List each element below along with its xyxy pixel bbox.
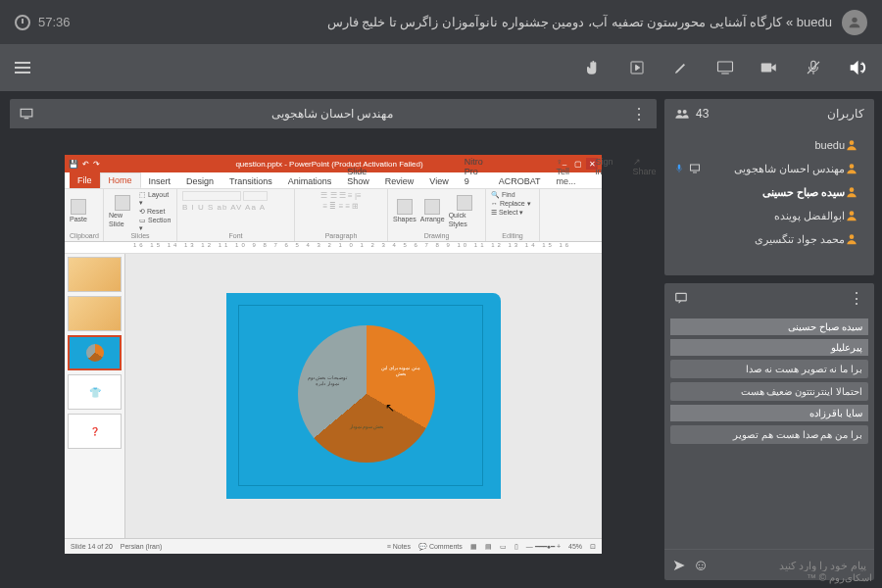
tab-acrobat[interactable]: ACROBAT [491,174,549,188]
screen-share-button[interactable] [715,58,735,77]
chat-message: برا ما نه تصویر هست نه صدا [670,360,868,378]
tab-transitions[interactable]: Transitions [221,174,280,188]
chat-sender: سایا باقرزاده [670,405,868,421]
view-reading-icon[interactable]: ▭ [500,543,507,551]
emoji-button[interactable]: ☺ [693,557,709,574]
svg-rect-18 [21,109,32,117]
group-clipboard: Clipboard [70,232,98,239]
user-row[interactable]: مهندس احسان شاهجویی [674,157,864,180]
user-row[interactable]: ابوالفضل پوینده [674,204,864,227]
pen-button[interactable] [671,58,691,77]
svg-rect-17 [676,293,687,301]
user-avatar[interactable] [842,10,867,35]
tell-me[interactable]: ♀ Tell me... [549,155,584,188]
tab-view[interactable]: View [421,174,456,188]
pp-window-title: question.pptx - PowerPoint (Product Acti… [235,160,422,169]
find-button[interactable]: 🔍 Find [491,191,515,199]
clock-icon [15,15,30,30]
group-editing: Editing [491,232,534,239]
speaker-button[interactable] [848,58,867,77]
person-icon [845,162,858,175]
user-row[interactable]: سیده صباح حسینی [674,180,864,204]
svg-point-8 [683,110,687,114]
tab-insert[interactable]: Insert [141,174,179,188]
toolbar-controls [583,58,867,77]
svg-point-7 [677,110,681,114]
pie-label-1: متن نمونه برای این بخش [376,365,425,376]
tab-animations[interactable]: Animations [280,174,340,188]
pie-chart: متن نمونه برای این بخش توضیحات بخش دوم ن… [298,325,435,463]
reset-button[interactable]: ⟲ Reset [139,208,172,216]
slide-thumb[interactable]: ❓ [68,414,122,449]
slide-counter: Slide 14 of 20 [71,543,113,550]
app-header: buedu » کارگاه آشنایی محورستون تصفیه آب،… [0,0,882,44]
timer-area: 57:36 [15,15,71,30]
user-row[interactable]: buedu [674,133,864,157]
presentation-panel: ⋮ مهندس احسان شاهجویی 💾 ↶ ↷ question.ppt… [10,99,657,580]
group-slides: Slides [109,232,172,239]
pp-undo-icon[interactable]: ↶ [82,160,89,169]
slide-thumb[interactable]: 👕 [68,374,122,410]
view-slideshow-icon[interactable]: ▯ [514,543,518,551]
user-list: buedu مهندس احسان شاهجویی سیده صباح حسین… [664,128,874,256]
tab-home[interactable]: Home [100,172,141,188]
zoom-value[interactable]: 45% [568,543,582,550]
hand-button[interactable] [583,58,603,77]
menu-button[interactable] [15,62,30,74]
slide-thumb[interactable] [68,257,122,292]
play-button[interactable] [627,58,647,77]
pp-redo-icon[interactable]: ↷ [93,160,100,169]
send-button[interactable]: ➤ [672,556,685,574]
replace-button[interactable]: ↔ Replace ▾ [491,200,531,208]
tab-nitro[interactable]: Nitro Pro 9 [457,155,491,188]
pp-slide-area[interactable]: متن نمونه برای این بخش توضیحات بخش دوم ن… [125,254,602,538]
slide-thumb-selected[interactable] [68,335,122,370]
chat-sender: سیده صباح حسینی [670,318,868,335]
slide-thumb[interactable] [68,296,122,331]
pie-body [298,325,435,463]
left-column: ⋮ مهندس احسان شاهجویی 💾 ↶ ↷ question.ppt… [10,99,657,580]
chat-message: برا من هم صدا هست هم تصویر [670,425,868,444]
main-layout: کاربران 43 buedu مهندس احسان شاهجویی [0,91,882,588]
paste-button[interactable]: Paste [70,199,87,223]
person-icon [845,138,858,152]
sign-in[interactable]: Sign in [588,155,621,188]
group-paragraph: Paragraph [300,232,382,239]
tab-slideshow[interactable]: Slide Show [339,165,377,188]
quick-styles-button[interactable]: Quick Styles [449,195,480,228]
video-button[interactable] [760,58,779,77]
arrange-button[interactable]: Arrange [420,199,445,223]
fit-icon[interactable]: ⊡ [590,543,596,551]
comments-button[interactable]: 💬 Comments [418,543,463,551]
section-button[interactable]: ▭ Section ▾ [139,217,172,232]
tab-design[interactable]: Design [178,174,221,188]
user-row[interactable]: محمد جواد تنگسیری [674,227,864,251]
view-sorter-icon[interactable]: ▤ [485,543,492,551]
svg-point-0 [852,17,857,22]
chat-panel: ⋮ سیده صباح حسینی پیرعلیلو برا ما نه تصو… [664,283,874,580]
notes-button[interactable]: ≡ Notes [387,543,411,550]
tab-review[interactable]: Review [377,174,422,188]
pp-body: 👕 ❓ متن نمونه برای این بخش توضیحات بخش د… [65,254,602,538]
svg-point-16 [850,234,855,239]
monitor-icon [689,163,701,174]
chat-menu-button[interactable]: ⋮ [849,289,864,308]
pp-qat: 💾 ↶ ↷ [69,160,100,169]
shapes-button[interactable]: Shapes [393,199,416,223]
user-name-label: buedu [674,139,845,151]
mic-button[interactable] [804,58,823,77]
pp-save-icon[interactable]: 💾 [69,160,78,169]
layout-button[interactable]: ⬚ Layout ▾ [139,191,172,207]
tab-file[interactable]: File [70,172,100,188]
select-button[interactable]: ☰ Select ▾ [491,209,523,217]
presentation-menu-button[interactable]: ⋮ [631,105,647,123]
view-normal-icon[interactable]: ▦ [470,543,477,551]
share-button[interactable]: ↗ Share [625,155,664,188]
chat-input[interactable] [716,560,866,571]
timer-text: 57:36 [38,15,71,29]
new-slide-button[interactable]: New Slide [109,195,135,228]
group-drawing: Drawing [393,232,480,239]
footer-brand: اسکای‌روم © ™ [807,572,872,583]
users-panel: کاربران 43 buedu مهندس احسان شاهجویی [664,99,874,275]
person-icon [845,232,858,246]
